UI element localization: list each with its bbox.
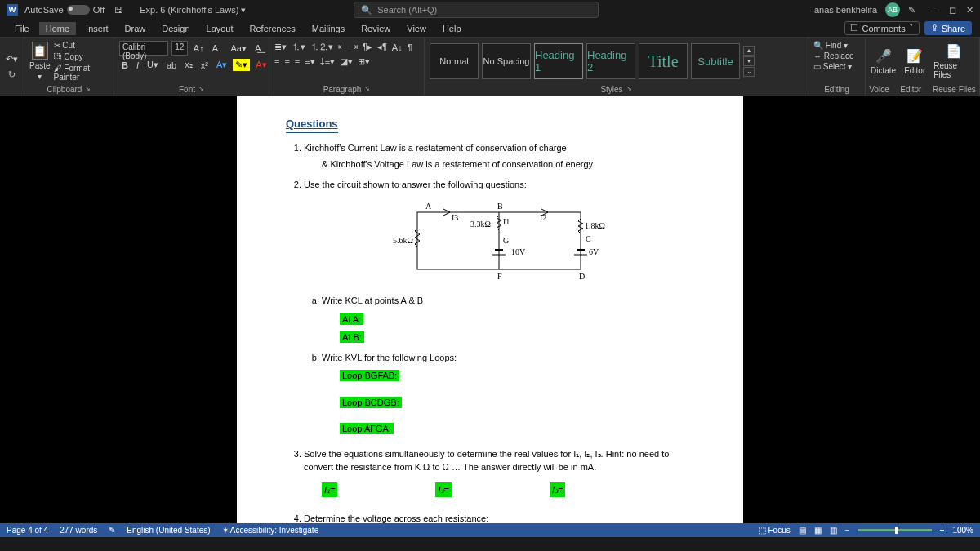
ribbon-display-icon[interactable]: ✎	[908, 5, 915, 16]
accessibility[interactable]: ✶ Accessibility: Investigate	[222, 526, 319, 535]
dictate-button[interactable]: 🎤Dictate	[871, 48, 896, 75]
font-name-select[interactable]: Calibri (Body)	[119, 41, 168, 56]
line-spacing-icon[interactable]: ‡≡▾	[320, 56, 336, 67]
rtl-icon[interactable]: ◂¶	[377, 42, 387, 52]
view-read-icon[interactable]: ▦	[814, 526, 822, 535]
view-print-icon[interactable]: ▤	[799, 526, 806, 535]
loop1: Loop BGFAB:	[340, 370, 399, 381]
svg-text:I1: I1	[503, 217, 510, 226]
zoom-level[interactable]: 100%	[952, 526, 973, 535]
tab-draw[interactable]: Draw	[118, 22, 153, 35]
grow-font-icon[interactable]: A↑	[191, 42, 207, 54]
tab-design[interactable]: Design	[155, 22, 196, 35]
share-button[interactable]: ⇪ Share	[924, 21, 972, 35]
tab-home[interactable]: Home	[39, 22, 76, 35]
bold-icon[interactable]: B	[119, 60, 131, 71]
tab-help[interactable]: Help	[436, 22, 468, 35]
style-title[interactable]: Title	[639, 43, 688, 79]
word-app-icon: W	[7, 4, 18, 16]
borders-icon[interactable]: ⊞▾	[358, 56, 370, 67]
multilevel-icon[interactable]: ⒈⒉▾	[310, 41, 333, 53]
clear-format-icon[interactable]: A͟	[252, 42, 264, 55]
shrink-font-icon[interactable]: A↓	[210, 42, 225, 54]
para-launcher-icon[interactable]: ↘	[364, 85, 370, 94]
focus-button[interactable]: ⬚ Focus	[759, 526, 791, 535]
shading-icon[interactable]: ◪▾	[340, 56, 353, 67]
search-icon: 🔍	[361, 5, 372, 16]
increase-indent-icon[interactable]: ⇥	[350, 42, 358, 52]
tab-file[interactable]: File	[8, 22, 36, 35]
text-effects-icon[interactable]: A▾	[214, 59, 229, 71]
view-web-icon[interactable]: ▥	[830, 526, 837, 535]
subscript-icon[interactable]: x₂	[182, 59, 195, 71]
paste-button[interactable]: 📋 Paste▾	[29, 42, 51, 81]
maximize-icon[interactable]: ◻	[949, 5, 956, 16]
ltr-icon[interactable]: ¶▸	[363, 42, 372, 52]
zoom-in-icon[interactable]: +	[940, 526, 945, 535]
tab-insert[interactable]: Insert	[79, 22, 115, 35]
copy-button[interactable]: ⿻ Copy	[54, 52, 109, 61]
minimize-icon[interactable]: —	[930, 5, 939, 16]
doc-title[interactable]: Exp. 6 (Kirchhoff's Laws) ▾	[140, 5, 246, 16]
editor-button[interactable]: 📝Editor	[904, 48, 925, 75]
style-heading2[interactable]: Heading 2	[586, 43, 635, 79]
underline-icon[interactable]: U▾	[145, 59, 161, 71]
close-icon[interactable]: ✕	[966, 5, 973, 16]
save-icon[interactable]: 🖫	[114, 5, 123, 15]
page-indicator[interactable]: Page 4 of 4	[7, 526, 48, 535]
justify-icon[interactable]: ≡▾	[305, 56, 314, 67]
zoom-slider[interactable]	[858, 529, 932, 531]
user-name[interactable]: anas benkhelifa	[814, 5, 877, 15]
tab-references[interactable]: References	[243, 22, 302, 35]
strike-icon[interactable]: ab	[164, 60, 179, 71]
loop3: Loop AFGA:	[340, 423, 394, 434]
change-case-icon[interactable]: Aa▾	[229, 42, 249, 55]
autosave-toggle[interactable]: AutoSave Off	[24, 5, 105, 15]
font-launcher-icon[interactable]: ↘	[198, 85, 204, 94]
tab-review[interactable]: Review	[354, 22, 397, 35]
language[interactable]: English (United States)	[127, 526, 210, 535]
word-count[interactable]: 277 words	[60, 526, 97, 535]
undo-group: ↶▾ ↻	[0, 38, 24, 96]
style-normal[interactable]: Normal	[430, 43, 479, 79]
tab-view[interactable]: View	[400, 22, 433, 35]
styles-launcher-icon[interactable]: ↘	[626, 85, 632, 94]
style-heading1[interactable]: Heading 1	[534, 43, 583, 79]
tab-layout[interactable]: Layout	[200, 22, 240, 35]
format-painter-button[interactable]: 🖌 Format Painter	[54, 64, 109, 82]
superscript-icon[interactable]: x²	[198, 60, 211, 71]
bullets-icon[interactable]: ≣▾	[274, 42, 287, 52]
comments-button[interactable]: ☐ Comments ˅	[844, 21, 919, 35]
zoom-out-icon[interactable]: −	[845, 526, 850, 535]
page[interactable]: Questions Kirchhoff's Current Law is a r…	[237, 96, 743, 537]
sort-icon[interactable]: A↓	[392, 42, 403, 52]
clipboard-launcher-icon[interactable]: ↘	[85, 85, 91, 94]
user-avatar[interactable]: AB	[885, 2, 900, 17]
numbering-icon[interactable]: ⒈▾	[292, 41, 305, 53]
find-button[interactable]: 🔍 Find ▾	[813, 41, 848, 50]
font-size-select[interactable]: 12	[172, 41, 188, 56]
undo-icon[interactable]: ↶▾	[6, 54, 18, 64]
tab-mailings[interactable]: Mailings	[305, 22, 351, 35]
select-button[interactable]: ▭ Select ▾	[813, 62, 852, 71]
style-nospacing[interactable]: No Spacing	[482, 43, 531, 79]
highlight-icon[interactable]: ✎▾	[233, 59, 250, 71]
styles-group: Normal No Spacing Heading 1 Heading 2 Ti…	[425, 38, 808, 96]
styles-scroll[interactable]: ▴▾⌄	[743, 46, 755, 77]
replace-button[interactable]: ↔ Replace	[813, 51, 853, 60]
align-left-icon[interactable]: ≡	[274, 57, 279, 67]
align-center-icon[interactable]: ≡	[284, 57, 289, 67]
search-input[interactable]: 🔍 Search (Alt+Q)	[354, 2, 599, 18]
font-color-icon[interactable]: A▾	[253, 59, 269, 71]
style-subtitle[interactable]: Subtitle	[691, 43, 740, 79]
spell-check-icon[interactable]: ✎	[109, 526, 115, 535]
cut-button[interactable]: ✂ Cut	[54, 41, 109, 50]
show-marks-icon[interactable]: ¶	[408, 42, 412, 52]
align-right-icon[interactable]: ≡	[295, 57, 300, 67]
italic-icon[interactable]: I	[134, 60, 141, 71]
reuse-icon: 📄	[946, 43, 962, 59]
document-area[interactable]: Questions Kirchhoff's Current Law is a r…	[0, 96, 980, 537]
decrease-indent-icon[interactable]: ⇤	[338, 42, 345, 52]
redo-icon[interactable]: ↻	[8, 69, 16, 80]
reuse-files-button[interactable]: 📄Reuse Files	[933, 43, 974, 79]
